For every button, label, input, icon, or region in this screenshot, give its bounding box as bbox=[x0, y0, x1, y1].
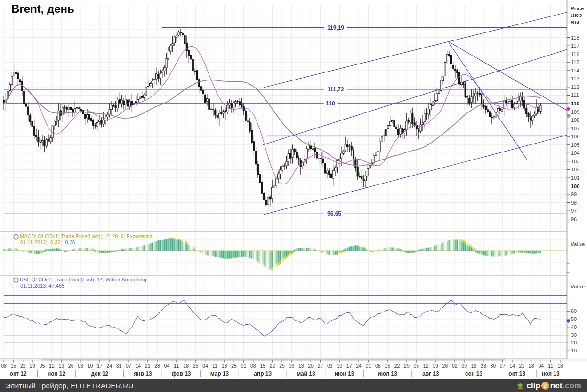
candle-body bbox=[13, 72, 15, 76]
day-label: 04 bbox=[538, 363, 544, 368]
day-label: 18 bbox=[183, 363, 189, 368]
day-label: 11 bbox=[212, 363, 217, 368]
candle-body bbox=[176, 35, 177, 37]
candle-body bbox=[178, 32, 179, 35]
candle-body bbox=[229, 103, 230, 105]
rsi-tick-label: 50 bbox=[571, 316, 577, 322]
rsi-axis-label: Value bbox=[571, 284, 585, 289]
candle-body bbox=[78, 108, 80, 109]
day-label: 14 bbox=[135, 363, 141, 368]
logo-net: net bbox=[550, 381, 563, 391]
day-label: 04 bbox=[164, 363, 170, 368]
candle-body bbox=[263, 193, 265, 200]
candle-body bbox=[355, 159, 356, 167]
price-tick-label: 108 bbox=[571, 117, 579, 123]
price-tick-label: 116 bbox=[571, 51, 579, 57]
grid-layer bbox=[4, 5, 567, 358]
macd-axis-label: Value bbox=[571, 241, 585, 247]
day-label: 13 bbox=[298, 363, 304, 368]
candle-body bbox=[158, 74, 159, 78]
day-label: 28 bbox=[529, 363, 534, 368]
price-tick-label: 117 bbox=[571, 43, 579, 48]
candle-body bbox=[538, 107, 539, 111]
month-label: окт 13 bbox=[508, 370, 525, 377]
price-tick-label: 99 bbox=[571, 192, 577, 197]
day-label: 26 bbox=[68, 363, 74, 368]
price-tick-label: 105 bbox=[571, 142, 579, 148]
trendline bbox=[448, 41, 527, 160]
day-label: 25 bbox=[193, 363, 199, 368]
candle-body bbox=[68, 107, 70, 110]
candle-body bbox=[514, 104, 515, 107]
price-level-lines bbox=[4, 28, 567, 214]
candle-body bbox=[298, 158, 299, 160]
candle-body bbox=[15, 72, 16, 74]
candle-body bbox=[314, 148, 315, 152]
credit-text: Элитный Трейдер, ELITETRADER.RU bbox=[6, 382, 134, 390]
candle-body bbox=[139, 96, 141, 98]
month-label: фев 13 bbox=[171, 370, 191, 377]
price-tick-label: 101 bbox=[571, 175, 579, 181]
candle-body bbox=[294, 149, 295, 152]
day-label: 18 bbox=[222, 363, 227, 368]
macd-date: 01.11.2013; bbox=[20, 240, 47, 245]
candle-body bbox=[278, 174, 279, 178]
day-label: 19 bbox=[433, 363, 438, 368]
day-label: 16 bbox=[471, 363, 477, 368]
day-label: 18 bbox=[557, 363, 563, 368]
price-level-labels: 119,19111,7211096,65 bbox=[324, 24, 348, 217]
candle-body bbox=[353, 150, 354, 158]
candle-body bbox=[359, 176, 360, 177]
candle-body bbox=[426, 113, 427, 114]
candle-body bbox=[322, 159, 324, 163]
candle-body bbox=[233, 103, 234, 108]
candle-body bbox=[381, 136, 383, 141]
level-label: 96,65 bbox=[327, 210, 341, 217]
price-tick-label: 118 bbox=[571, 35, 579, 40]
candle-body bbox=[11, 76, 13, 85]
candle-body bbox=[428, 109, 429, 114]
candle-body bbox=[194, 71, 195, 72]
day-label: 22 bbox=[270, 363, 275, 368]
candle-body bbox=[212, 110, 214, 110]
day-label: 20 bbox=[308, 363, 314, 368]
candle-body bbox=[489, 112, 491, 117]
day-label: 17 bbox=[97, 363, 103, 368]
month-label: июл 13 bbox=[378, 370, 397, 377]
day-label: 21 bbox=[519, 363, 525, 368]
candle-body bbox=[131, 101, 133, 104]
candle-body bbox=[528, 113, 529, 117]
candle-body bbox=[267, 197, 269, 205]
trendlines bbox=[263, 12, 567, 215]
candle-body bbox=[48, 140, 49, 141]
price-tick-label: 110 bbox=[571, 101, 579, 106]
candle-body bbox=[375, 152, 377, 156]
day-label: 05 bbox=[40, 363, 45, 368]
candle-body bbox=[161, 71, 163, 73]
candle-body bbox=[115, 105, 116, 108]
candle-body bbox=[202, 90, 204, 94]
candle-body bbox=[160, 73, 161, 78]
candle-body bbox=[111, 105, 112, 109]
candle-body bbox=[434, 100, 435, 102]
candle-body bbox=[50, 138, 51, 142]
candle-body bbox=[335, 168, 336, 171]
candle-body bbox=[526, 108, 527, 113]
rsi-tick-label: 60 bbox=[571, 308, 577, 314]
day-label: 11 bbox=[548, 363, 553, 368]
candle-body bbox=[168, 51, 169, 59]
day-label: 08 bbox=[375, 363, 381, 368]
day-label: 21 bbox=[145, 363, 151, 368]
day-label: 04 bbox=[202, 363, 208, 368]
candle-body bbox=[253, 142, 255, 151]
price-tick-label: 106 bbox=[571, 134, 579, 139]
clip2net-logo[interactable]: clip2net.com bbox=[516, 381, 581, 391]
candle-body bbox=[318, 158, 320, 159]
candle-body bbox=[32, 121, 33, 126]
candle-body bbox=[198, 80, 200, 87]
price-tick-label: 96 bbox=[571, 216, 577, 222]
candle-body bbox=[410, 113, 411, 122]
month-label: янв 13 bbox=[134, 370, 152, 377]
candle-body bbox=[523, 100, 525, 108]
candle-body bbox=[379, 142, 381, 152]
